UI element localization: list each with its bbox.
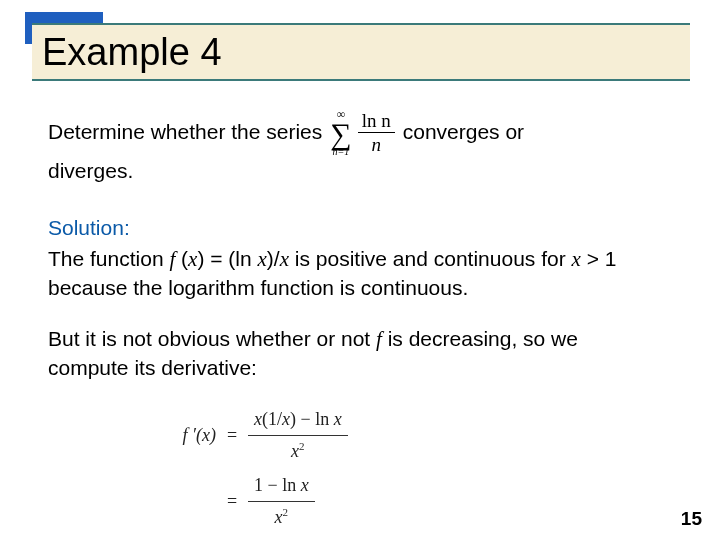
frac1-denominator: x2 [291,436,305,464]
derivative-line-2: = 1 − ln x x2 [158,473,315,530]
problem-text-a: Determine whether the series [48,118,322,147]
equals-sign-2: = [226,489,238,514]
derivative-frac-1: x(1/x) − ln x x2 [248,407,348,464]
fraction-denominator: n [371,133,381,154]
title-bar: Example 4 [32,23,690,81]
slide-title: Example 4 [42,31,222,74]
solution-heading: Solution: [48,214,658,243]
frac2-denominator: x2 [275,502,289,530]
frac2-numerator: 1 − ln x [248,473,315,502]
problem-text-b: converges or [403,118,524,147]
frac1-numerator: x(1/x) − ln x [248,407,348,436]
spacer [48,186,658,214]
equals-sign-1: = [226,423,238,448]
slide: Example 4 Determine whether the series ∞… [0,0,720,540]
derivative-line-1: f ′(x) = x(1/x) − ln x x2 [158,407,348,464]
sigma-symbol: ∑ [330,120,351,147]
page-number: 15 [681,508,702,530]
problem-statement: Determine whether the series ∞ ∑ n=1 ln … [48,108,658,186]
derivative-frac-2: 1 − ln x x2 [248,473,315,530]
slide-body: Determine whether the series ∞ ∑ n=1 ln … [48,108,658,530]
series-expression: ∞ ∑ n=1 ln n n [330,108,394,157]
derivative-lhs: f ′(x) [158,423,216,448]
derivative-expression: f ′(x) = x(1/x) − ln x x2 = 1 − ln x x2 [158,407,658,530]
series-term: ln n n [358,111,395,154]
fraction-numerator: ln n [358,111,395,133]
sum-lower: n=1 [333,147,350,157]
problem-text-c: diverges. [48,157,658,186]
solution-paragraph-2: But it is not obvious whether or not f i… [48,325,658,383]
sigma-operator: ∞ ∑ n=1 [330,108,351,157]
solution-paragraph-1: The function f (x) = (ln x)/x is positiv… [48,245,658,303]
problem-line-1: Determine whether the series ∞ ∑ n=1 ln … [48,108,658,157]
